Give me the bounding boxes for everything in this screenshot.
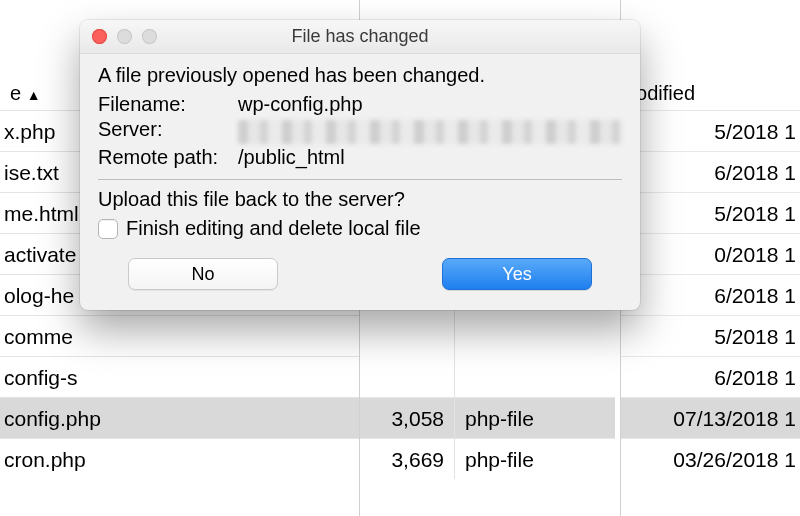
yes-button-label: Yes xyxy=(502,264,531,285)
dialog-buttons: No Yes xyxy=(98,258,622,292)
dialog-title: File has changed xyxy=(80,26,640,47)
date-cell: 5/2018 1 xyxy=(621,110,800,151)
finish-editing-checkbox[interactable] xyxy=(98,219,118,239)
checkbox-label: Finish editing and delete local file xyxy=(126,217,421,240)
file-row-selected[interactable]: config.php xyxy=(0,397,359,438)
label-server: Server: xyxy=(98,118,238,144)
checkbox-row: Finish editing and delete local file xyxy=(98,217,622,240)
date-cell: 6/2018 1 xyxy=(621,274,800,315)
column-header-filename[interactable]: e ▲ xyxy=(10,82,41,105)
type-cell: php-file xyxy=(455,438,615,479)
date-cell: 07/13/2018 1 xyxy=(621,397,800,438)
close-icon[interactable] xyxy=(92,29,107,44)
column-header-text: e xyxy=(10,82,21,104)
column-modified: nodified 5/2018 1 6/2018 1 5/2018 1 0/20… xyxy=(620,0,800,516)
value-server-redacted xyxy=(238,120,622,144)
date-rows: 5/2018 1 6/2018 1 5/2018 1 0/2018 1 6/20… xyxy=(621,110,800,479)
file-row[interactable]: comme xyxy=(0,315,359,356)
date-cell: 5/2018 1 xyxy=(621,192,800,233)
window-controls xyxy=(80,29,157,44)
maximize-icon xyxy=(142,29,157,44)
label-remote-path: Remote path: xyxy=(98,146,238,169)
date-cell: 5/2018 1 xyxy=(621,315,800,356)
dialog-content: A file previously opened has been change… xyxy=(80,54,640,310)
value-remote-path: /public_html xyxy=(238,146,622,169)
dialog-message: A file previously opened has been change… xyxy=(98,64,622,87)
yes-button[interactable]: Yes xyxy=(442,258,592,290)
type-cell: php-file xyxy=(455,397,615,438)
file-row[interactable]: config-s xyxy=(0,356,359,397)
value-filename: wp-config.php xyxy=(238,93,622,116)
sort-asc-icon: ▲ xyxy=(27,87,41,103)
date-cell: 03/26/2018 1 xyxy=(621,438,800,479)
date-cell: 0/2018 1 xyxy=(621,233,800,274)
no-button[interactable]: No xyxy=(128,258,278,290)
prompt-text: Upload this file back to the server? xyxy=(98,188,622,211)
file-changed-dialog: File has changed A file previously opene… xyxy=(80,20,640,310)
size-cell: 3,058 xyxy=(360,397,454,438)
date-cell: 6/2018 1 xyxy=(621,151,800,192)
no-button-label: No xyxy=(191,264,214,285)
row-filename: Filename: wp-config.php xyxy=(98,93,622,116)
label-filename: Filename: xyxy=(98,93,238,116)
minimize-icon xyxy=(117,29,132,44)
date-cell: 6/2018 1 xyxy=(621,356,800,397)
row-server: Server: xyxy=(98,118,622,144)
file-row[interactable]: cron.php xyxy=(0,438,359,479)
titlebar[interactable]: File has changed xyxy=(80,20,640,54)
divider xyxy=(98,179,622,180)
row-remote-path: Remote path: /public_html xyxy=(98,146,622,169)
size-cell: 3,669 xyxy=(360,438,454,479)
